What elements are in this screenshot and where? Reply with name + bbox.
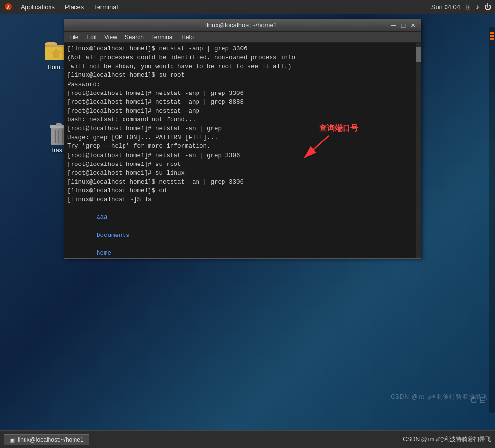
line-5: Password: <box>67 80 418 89</box>
top-bar-right: Sun 04:04 ⊞ ♪ ⏻ <box>431 3 491 11</box>
maximize-button[interactable]: □ <box>399 22 407 29</box>
taskbar-terminal-label: linux@localhost:~/home1 <box>18 436 84 443</box>
terminal-title: linux@localhost:~/home1 <box>93 22 390 29</box>
ls-documents: Documents <box>97 232 130 239</box>
network-icon[interactable]: ⊞ <box>465 3 471 11</box>
line-8: [root@localhost home1]# nestsat -anp <box>67 107 418 116</box>
line-18: [linux@localhost ~]$ ls <box>67 195 418 204</box>
line-1: [linux@localhost home1]$ netstat -anp | … <box>67 45 418 53</box>
line-3: will not be shown, you would have to be … <box>67 62 418 71</box>
menu-places[interactable]: Places <box>63 2 86 12</box>
menu-file[interactable]: File <box>66 33 81 42</box>
svg-rect-5 <box>53 53 59 58</box>
taskbar-terminal-icon: ▣ <box>9 436 15 443</box>
line-17: [linux@localhost home1]$ cd <box>67 187 418 195</box>
scrollbar-thumb[interactable] <box>416 47 421 62</box>
line-2: (Not all processes could be identified, … <box>67 53 418 62</box>
line-12: Try 'grep --help' for more information. <box>67 142 418 151</box>
top-bar-left: λ Applications Places Terminal <box>4 2 120 12</box>
edge-dot-3 <box>490 38 494 40</box>
line-16: [linux@localhost home1]$ netstat -an | g… <box>67 178 418 187</box>
right-edge <box>489 27 495 413</box>
line-10: [root@localhost home1]# netstat -an | gr… <box>67 124 418 133</box>
close-button[interactable]: ✕ <box>409 22 417 29</box>
taskbar-right: CSDN @𝕞 𝔤哈利波特骑着扫帚飞 <box>403 435 491 444</box>
ls-home: home <box>97 250 111 257</box>
menu-applications[interactable]: Applications <box>19 2 57 12</box>
edge-dot <box>490 32 494 34</box>
line-11: Usage: grep [OPTION]... PATTERN [FILE]..… <box>67 133 418 142</box>
volume-icon[interactable]: ♪ <box>476 3 479 11</box>
line-15: [root@localhost home1]# su linux <box>67 169 418 178</box>
desktop: Hom... <box>0 14 495 430</box>
terminal-window: linux@localhost:~/home1 ─ □ ✕ File Edit … <box>64 19 421 259</box>
menu-help[interactable]: Help <box>178 33 197 42</box>
edge-dot-2 <box>490 35 494 37</box>
menu-terminal[interactable]: Terminal <box>92 2 120 12</box>
terminal-menubar: File Edit View Search Terminal Help <box>64 32 421 43</box>
menu-terminal[interactable]: Terminal <box>148 33 176 42</box>
terminal-scrollbar[interactable] <box>416 43 421 258</box>
ls-line-1: aaa Documents home Music Templates xxx.t… <box>67 204 418 258</box>
line-6: [root@localhost home1]# netstat -anp | g… <box>67 89 418 98</box>
taskbar-terminal-item[interactable]: ▣ linux@localhost:~/home1 <box>4 434 89 445</box>
line-14: [root@localhost home1]# su root <box>67 160 418 169</box>
terminal-content[interactable]: [linux@localhost home1]$ netstat -anp | … <box>64 43 421 258</box>
svg-text:λ: λ <box>7 4 10 10</box>
taskbar: ▣ linux@localhost:~/home1 CSDN @𝕞 𝔤哈利波特骑… <box>0 430 495 448</box>
line-9: bash: nestsat: command not found... <box>67 116 418 124</box>
corner-text: C E <box>470 396 485 406</box>
ls-aaa: aaa <box>97 214 108 221</box>
menu-search[interactable]: Search <box>122 33 147 42</box>
line-7: [root@localhost home1]# netstat -anp | g… <box>67 98 418 107</box>
menu-view[interactable]: View <box>101 33 120 42</box>
top-bar: λ Applications Places Terminal Sun 04:04… <box>0 0 495 14</box>
terminal-titlebar: linux@localhost:~/home1 ─ □ ✕ <box>64 19 421 32</box>
minimize-button[interactable]: ─ <box>390 22 397 29</box>
line-13: [root@localhost home1]# netstat -an | gr… <box>67 151 418 160</box>
taskbar-left: ▣ linux@localhost:~/home1 <box>4 434 89 445</box>
app-icon: λ <box>4 2 13 11</box>
clock: Sun 04:04 <box>431 3 460 11</box>
home-folder-label: Hom... <box>48 64 65 71</box>
taskbar-watermark: CSDN @𝕞 𝔤哈利波特骑着扫帚飞 <box>403 436 491 443</box>
menu-edit[interactable]: Edit <box>83 33 99 42</box>
line-4: [linux@localhost home1]$ su root <box>67 71 418 80</box>
terminal-controls: ─ □ ✕ <box>390 22 417 29</box>
svg-rect-9 <box>56 123 62 126</box>
power-icon[interactable]: ⏻ <box>484 3 491 11</box>
